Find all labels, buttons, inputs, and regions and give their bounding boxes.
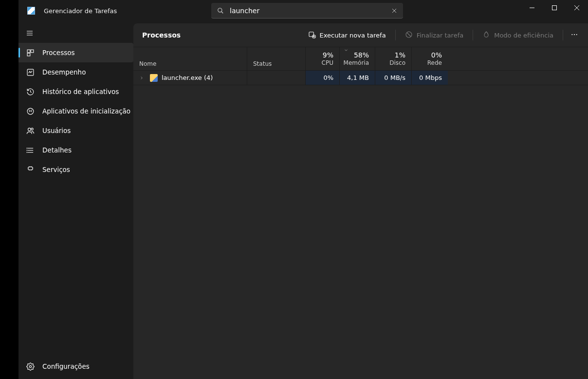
svg-point-25 xyxy=(27,152,27,152)
run-new-task-button[interactable]: Executar nova tarefa xyxy=(303,26,391,44)
clear-search-icon[interactable] xyxy=(389,6,399,16)
column-header-status[interactable]: Status xyxy=(247,47,306,70)
search-box[interactable] xyxy=(211,3,403,19)
more-icon xyxy=(570,31,578,40)
hamburger-button[interactable] xyxy=(18,23,133,43)
svg-point-34 xyxy=(574,34,575,35)
end-task-button[interactable]: Finalizar tarefa xyxy=(400,26,469,44)
column-header-cpu[interactable]: 9% CPU xyxy=(306,47,340,70)
task-manager-window: Gerenciador de Tarefas xyxy=(18,0,588,379)
column-header-disk[interactable]: 1% Disco xyxy=(375,47,412,70)
table-row[interactable]: launcher.exe (4) 0% 4,1 MB 0 MB/s 0 Mbps xyxy=(133,71,588,85)
maximize-button[interactable] xyxy=(543,0,566,16)
sidebar-item-label: Aplicativos de inicialização xyxy=(42,107,130,115)
toolbar-separator xyxy=(473,30,473,40)
app-title: Gerenciador de Tarefas xyxy=(44,7,117,15)
sidebar-item-users[interactable]: Usuários xyxy=(18,121,133,140)
cell-status xyxy=(247,71,306,85)
cell-network: 0 Mbps xyxy=(412,71,448,85)
svg-point-18 xyxy=(28,128,31,131)
column-header-network[interactable]: 0% Rede xyxy=(412,47,448,70)
svg-point-15 xyxy=(27,108,34,114)
column-label: Nome xyxy=(139,60,241,67)
toolbar-label: Finalizar tarefa xyxy=(417,32,464,39)
column-metric-value: 1% xyxy=(395,51,405,59)
sidebar-item-startup-apps[interactable]: Aplicativos de inicialização xyxy=(18,101,133,121)
sidebar-item-label: Processos xyxy=(42,49,75,57)
search-input[interactable] xyxy=(226,7,389,15)
page-title: Processos xyxy=(140,31,181,39)
startup-icon xyxy=(26,107,35,115)
svg-rect-5 xyxy=(552,6,557,10)
sidebar-item-label: Desempenho xyxy=(42,68,86,76)
process-name: launcher.exe (4) xyxy=(162,74,213,81)
titlebar: Gerenciador de Tarefas xyxy=(18,0,588,21)
table-header: Nome Status 9% CPU 58% Memória xyxy=(133,47,588,71)
column-metric-value: 9% xyxy=(323,51,333,59)
sidebar-item-details[interactable]: Detalhes xyxy=(18,140,133,160)
svg-point-17 xyxy=(31,110,32,111)
svg-point-33 xyxy=(571,34,572,35)
users-icon xyxy=(26,126,35,135)
column-label: Disco xyxy=(389,59,405,66)
svg-point-24 xyxy=(27,150,27,151)
sidebar: Processos Desempenho Histórico de aplica… xyxy=(18,21,133,379)
column-label: CPU xyxy=(322,59,333,66)
svg-point-23 xyxy=(27,148,27,148)
sidebar-item-app-history[interactable]: Histórico de aplicativos xyxy=(18,82,133,101)
run-new-task-icon xyxy=(308,31,316,40)
processes-icon xyxy=(26,48,35,57)
column-label: Rede xyxy=(427,59,442,66)
expand-chevron-icon[interactable] xyxy=(139,76,146,80)
column-metric-value: 58% xyxy=(354,51,369,59)
svg-rect-13 xyxy=(27,53,30,56)
performance-icon xyxy=(26,68,35,76)
svg-rect-11 xyxy=(27,50,30,53)
cell-disk: 0 MB/s xyxy=(375,71,412,85)
process-exe-icon xyxy=(150,74,158,82)
gear-icon xyxy=(26,362,35,371)
toolbar-label: Modo de eficiência xyxy=(494,32,553,39)
column-header-memory[interactable]: 58% Memória xyxy=(340,47,375,70)
efficiency-mode-button[interactable]: Modo de eficiência xyxy=(478,26,558,44)
desktop-gutter xyxy=(0,0,18,379)
column-label: Status xyxy=(253,60,299,67)
svg-line-1 xyxy=(221,11,223,13)
close-button[interactable] xyxy=(566,0,588,16)
column-metric-value: 0% xyxy=(431,51,442,59)
minimize-button[interactable] xyxy=(521,0,543,16)
svg-point-0 xyxy=(218,8,222,12)
sidebar-item-processes[interactable]: Processos xyxy=(18,43,133,62)
efficiency-icon xyxy=(482,31,490,40)
end-task-icon xyxy=(405,31,413,40)
search-icon xyxy=(215,5,226,16)
main-header: Processos Executar nova tarefa Finalizar… xyxy=(133,23,588,47)
cell-memory: 4,1 MB xyxy=(340,71,375,85)
sidebar-item-label: Usuários xyxy=(42,127,71,134)
svg-line-32 xyxy=(407,33,411,37)
details-icon xyxy=(26,146,35,154)
sidebar-item-label: Detalhes xyxy=(42,146,72,154)
process-table: Nome Status 9% CPU 58% Memória xyxy=(133,47,588,85)
svg-point-35 xyxy=(576,34,577,35)
sidebar-item-settings[interactable]: Configurações xyxy=(18,357,133,376)
window-controls xyxy=(521,0,588,21)
sidebar-item-performance[interactable]: Desempenho xyxy=(18,62,133,82)
toolbar-separator xyxy=(395,30,396,40)
more-options-button[interactable] xyxy=(568,26,581,44)
history-icon xyxy=(26,87,35,96)
sidebar-item-label: Histórico de aplicativos xyxy=(42,88,119,95)
toolbar-label: Executar nova tarefa xyxy=(320,32,386,39)
svg-point-16 xyxy=(29,110,30,111)
sidebar-item-services[interactable]: Serviços xyxy=(18,160,133,179)
svg-point-19 xyxy=(31,128,33,130)
toolbar-separator xyxy=(563,30,563,40)
sidebar-item-label: Serviços xyxy=(42,166,70,173)
column-header-name[interactable]: Nome xyxy=(133,47,247,70)
svg-point-26 xyxy=(29,365,31,367)
sort-chevron-down-icon xyxy=(344,47,349,54)
svg-rect-12 xyxy=(31,50,34,53)
cell-cpu: 0% xyxy=(306,71,340,85)
app-icon xyxy=(27,7,35,15)
column-label: Memória xyxy=(344,59,369,66)
